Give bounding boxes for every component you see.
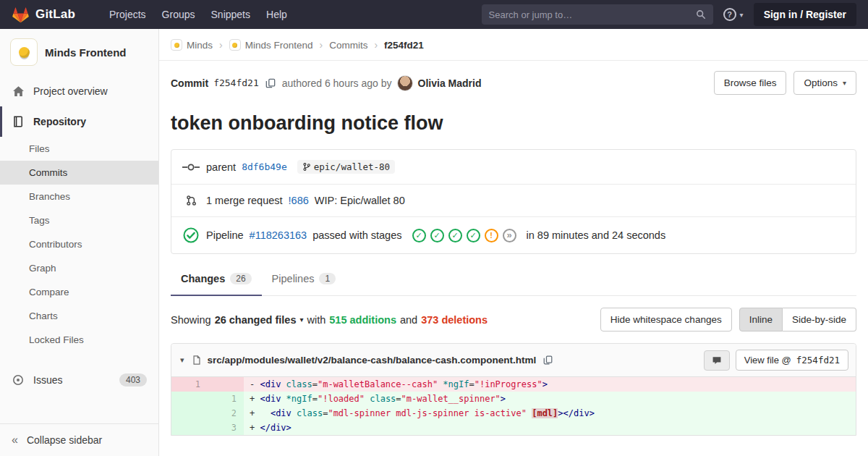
sidebar-item-graph[interactable]: Graph [0,256,158,280]
sidebar-item-charts[interactable]: Charts [0,304,158,328]
browse-files-button[interactable]: Browse files [714,71,787,95]
file-icon [192,355,202,366]
with-text: with [307,314,326,326]
nav-link-help[interactable]: Help [258,0,295,29]
collapse-sidebar-button[interactable]: « Collapse sidebar [0,423,158,456]
question-icon: ? [723,8,736,21]
diff-code-line: + </div> [244,421,856,435]
new-line-number[interactable]: 2 [208,406,244,421]
sidebar-item-compare[interactable]: Compare [0,280,158,304]
stage-passed-icon[interactable]: ✓ [448,229,462,242]
brand-name: GitLab [35,7,75,22]
diff-code-line: - <div class="m-walletBalance--cash" *ng… [244,377,856,392]
author-name-link[interactable]: Olivia Madrid [418,77,482,89]
stage-warning-icon[interactable]: ! [485,229,498,242]
issues-count-badge: 403 [119,373,147,387]
sidebar-item-commits[interactable]: Commits [0,161,158,185]
copy-sha-button[interactable] [264,77,277,90]
repository-icon [12,115,25,128]
tab-count-badge: 1 [319,273,336,284]
showing-text: Showing [171,314,211,326]
tab-label: Changes [181,273,225,284]
view-file-button[interactable]: View file @ f254fd21 [736,350,848,371]
options-dropdown-button[interactable]: Options ▾ [793,71,856,95]
tab-pipelines[interactable]: Pipelines1 [262,263,346,296]
old-line-number[interactable] [171,421,208,435]
additions-count: 515 additions [329,314,396,326]
sidebar-item-repository[interactable]: Repository [0,106,158,137]
branch-icon [302,162,311,172]
diff-file-header: ▾ src/app/modules/wallet/v2/balance-cash… [171,344,856,377]
commit-tabs: Changes26Pipelines1 [171,263,856,296]
pipeline-link[interactable]: #118263163 [250,229,307,241]
branch-ref[interactable]: epic/wallet-80 [297,160,395,174]
project-avatar-icon [10,38,38,66]
gitlab-tanuki-icon [12,6,30,23]
sidebar-item-label: Project overview [33,85,108,97]
sidebar-item-contributors[interactable]: Contributors [0,232,158,256]
chevron-double-left-icon: « [12,434,18,446]
diff-summary-bar: Showing 26 changed files ▾ with 515 addi… [171,308,856,332]
author-avatar[interactable] [397,75,413,91]
project-sidebar: Minds Frontend Project overview Reposito… [0,29,159,456]
commit-details-box: parent 8df6b49e epic/wallet-80 [171,149,856,254]
nav-link-snippets[interactable]: Snippets [203,0,258,29]
merge-request-link[interactable]: !686 [289,195,309,206]
stage-passed-icon[interactable]: ✓ [467,229,480,242]
side-by-side-view-button[interactable]: Side-by-side [783,308,856,332]
search-input[interactable] [489,9,690,20]
options-label: Options [804,77,838,88]
parent-sha-link[interactable]: 8df6b49e [242,161,287,172]
inline-view-button[interactable]: Inline [739,308,783,332]
help-menu[interactable]: ? ▾ [723,8,744,21]
sidebar-item-issues[interactable]: Issues 403 [0,365,158,395]
pipeline-duration: in 89 minutes and 24 seconds [527,229,666,241]
stage-passed-icon[interactable]: ✓ [430,229,444,242]
global-search [482,4,713,25]
commit-label: Commit [171,77,208,89]
file-path[interactable]: src/app/modules/wallet/v2/balance-cash/b… [208,355,537,366]
breadcrumb-item-f254fd21[interactable]: f254fd21 [384,40,424,51]
sidebar-item-files[interactable]: Files [0,137,158,161]
copy-file-path-button[interactable] [542,354,554,366]
hide-whitespace-button[interactable]: Hide whitespace changes [600,308,732,332]
breadcrumb-label: Minds [187,40,213,51]
stage-passed-icon[interactable]: ✓ [412,229,426,242]
collapse-file-icon[interactable]: ▾ [179,355,186,365]
pipeline-status-passed-icon [182,227,200,243]
issues-icon [12,373,25,387]
pipeline-label: Pipeline [206,229,244,241]
sign-in-button[interactable]: Sign in / Register [754,3,856,26]
commit-sha: f254fd21 [213,77,259,88]
sidebar-item-project-overview[interactable]: Project overview [0,76,158,106]
breadcrumb-item-commits[interactable]: Commits [329,40,367,51]
toggle-comments-button[interactable] [704,350,730,371]
sidebar-item-locked-files[interactable]: Locked Files [0,328,158,352]
nav-link-projects[interactable]: Projects [101,0,154,29]
diff-line: 3+ </div> [171,421,856,435]
sidebar-item-branches[interactable]: Branches [0,185,158,208]
changed-files-dropdown[interactable]: 26 changed files ▾ [215,314,304,326]
authored-text: authored 6 hours ago by [282,77,392,89]
new-line-number[interactable]: 1 [208,392,244,406]
diff-view-toggle: Inline Side-by-side [739,308,856,332]
deletions-count: 373 deletions [421,314,488,326]
old-line-number[interactable]: 1 [171,377,208,392]
merge-request-title: WIP: Epic/wallet 80 [315,195,405,206]
breadcrumb-item-minds[interactable]: Minds [171,39,213,51]
old-line-number[interactable] [171,406,208,421]
stage-skipped-icon[interactable]: » [503,229,516,242]
new-line-number[interactable]: 3 [208,421,244,435]
breadcrumb-item-minds-frontend[interactable]: Minds Frontend [229,39,313,51]
tab-changes[interactable]: Changes26 [171,263,262,296]
diff-file: ▾ src/app/modules/wallet/v2/balance-cash… [171,343,856,436]
breadcrumb-separator: › [219,39,223,51]
old-line-number[interactable] [171,392,208,406]
gitlab-home-link[interactable]: GitLab [12,6,75,23]
breadcrumb: Minds›Minds Frontend›Commits›f254fd21 [159,29,868,61]
nav-link-groups[interactable]: Groups [154,0,203,29]
merge-request-count: 1 merge request [206,195,283,206]
sidebar-item-tags[interactable]: Tags [0,208,158,232]
new-line-number[interactable] [208,377,244,392]
project-context-header[interactable]: Minds Frontend [0,29,158,76]
